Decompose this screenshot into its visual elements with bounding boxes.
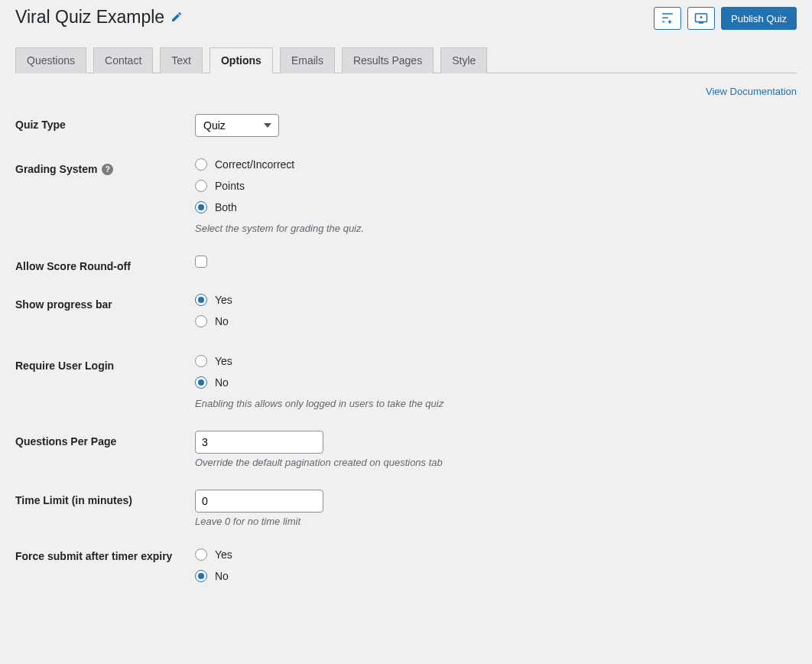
tab-style[interactable]: Style [440, 47, 487, 73]
edit-title-icon[interactable] [171, 7, 183, 28]
quiz-type-label: Quiz Type [15, 114, 195, 131]
roundoff-checkbox[interactable] [195, 256, 207, 268]
publish-button[interactable]: Publish Quiz [721, 7, 797, 30]
grading-both-radio[interactable] [195, 201, 207, 213]
progress-no-radio[interactable] [195, 315, 207, 327]
quiz-type-select[interactable]: Quiz [195, 114, 279, 137]
force-no-radio[interactable] [195, 570, 207, 582]
grading-points-radio[interactable] [195, 180, 207, 192]
tab-options[interactable]: Options [209, 47, 273, 73]
progress-option-label: Yes [215, 294, 232, 306]
grading-system-label: Grading System [15, 163, 97, 175]
login-no-radio[interactable] [195, 376, 207, 389]
progress-label: Show progress bar [15, 294, 195, 311]
tab-text[interactable]: Text [160, 47, 203, 73]
progress-yes-radio[interactable] [195, 294, 207, 306]
progress-option-label: No [215, 315, 229, 327]
roundoff-label: Allow Score Round-off [15, 256, 195, 272]
login-option-label: No [215, 376, 229, 389]
tab-questions[interactable]: Questions [15, 47, 86, 73]
force-submit-label: Force submit after timer expiry [15, 548, 195, 562]
time-limit-label: Time Limit (in minutes) [15, 490, 195, 506]
force-option-label: No [215, 570, 229, 582]
qpp-help-text: Override the default pagination created … [195, 457, 797, 468]
login-label: Require User Login [15, 355, 195, 372]
preview-icon-button[interactable] [687, 7, 715, 30]
qpp-input[interactable] [195, 431, 323, 454]
page-title-text: Viral Quiz Example [15, 7, 164, 28]
help-icon[interactable]: ? [102, 164, 113, 175]
tab-results-pages[interactable]: Results Pages [342, 47, 434, 73]
grading-option-label: Correct/Incorrect [215, 158, 294, 171]
time-limit-help-text: Leave 0 for no time limit [195, 516, 797, 527]
grading-correct-incorrect-radio[interactable] [195, 158, 207, 171]
grading-option-label: Both [215, 201, 237, 213]
tab-contact[interactable]: Contact [93, 47, 153, 73]
tab-emails[interactable]: Emails [280, 47, 335, 73]
login-option-label: Yes [215, 355, 232, 367]
login-yes-radio[interactable] [195, 355, 207, 367]
grading-option-label: Points [215, 180, 245, 192]
force-option-label: Yes [215, 548, 232, 561]
tabs: Questions Contact Text Options Emails Re… [15, 47, 797, 73]
force-yes-radio[interactable] [195, 548, 207, 561]
svg-point-0 [700, 16, 703, 18]
page-title: Viral Quiz Example [15, 7, 183, 28]
login-help-text: Enabling this allows only logged in user… [195, 398, 797, 409]
qpp-label: Questions Per Page [15, 431, 195, 448]
grading-help-text: Select the system for grading the quiz. [195, 223, 797, 234]
view-documentation-link[interactable]: View Documentation [706, 86, 797, 97]
settings-icon-button[interactable] [654, 7, 681, 30]
time-limit-input[interactable] [195, 490, 323, 513]
